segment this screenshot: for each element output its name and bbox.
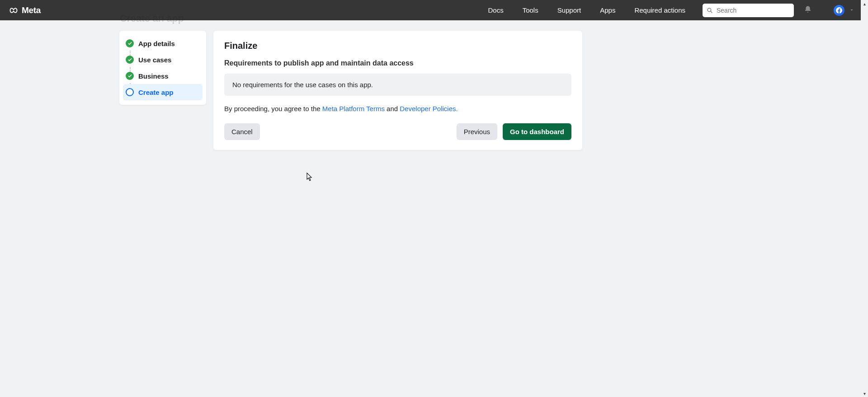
notifications-button[interactable] — [804, 5, 812, 15]
chevron-down-icon — [849, 6, 854, 14]
card-title: Finalize — [224, 41, 571, 51]
legal-prefix: By proceeding, you agree to the — [224, 105, 322, 112]
step-label: App details — [138, 40, 175, 47]
step-label: Create app — [138, 89, 174, 96]
nav-apps[interactable]: Apps — [600, 6, 615, 14]
brand-logo[interactable]: Meta — [8, 5, 41, 16]
card-subtitle: Requirements to publish app and maintain… — [224, 59, 571, 67]
nav-support[interactable]: Support — [557, 6, 581, 14]
nav-tools[interactable]: Tools — [523, 6, 538, 14]
legal-line: By proceeding, you agree to the Meta Pla… — [224, 105, 571, 112]
check-circle-icon — [126, 72, 134, 80]
search-input[interactable] — [713, 7, 794, 14]
step-label: Business — [138, 72, 169, 80]
circle-outline-icon — [126, 88, 134, 96]
avatar — [834, 5, 844, 16]
buttons-row: Cancel Previous Go to dashboard — [224, 123, 571, 140]
search-icon — [706, 7, 713, 14]
svg-point-0 — [708, 8, 711, 12]
requirements-box: No requirements for the use cases on thi… — [224, 74, 571, 96]
nav-docs[interactable]: Docs — [488, 6, 503, 14]
legal-and: and — [385, 105, 400, 112]
step-business[interactable]: Business — [123, 68, 203, 84]
scroll-down-icon[interactable]: ▾ — [861, 390, 868, 397]
account-menu[interactable] — [834, 5, 854, 16]
nav-required-actions[interactable]: Required actions — [634, 6, 685, 14]
main-card: Finalize Requirements to publish app and… — [213, 31, 582, 150]
svg-line-1 — [711, 11, 712, 13]
step-create-app[interactable]: Create app — [123, 84, 203, 100]
previous-button[interactable]: Previous — [457, 123, 497, 140]
step-label: Use cases — [138, 56, 171, 64]
check-circle-icon — [126, 39, 134, 47]
meta-infinity-icon — [8, 5, 19, 16]
cancel-button[interactable]: Cancel — [224, 123, 260, 140]
cursor-icon — [307, 173, 313, 183]
search-box[interactable] — [703, 4, 794, 17]
step-use-cases[interactable]: Use cases — [123, 51, 203, 68]
steps-sidebar: App details Use cases Business Create ap… — [119, 31, 206, 105]
brand-name: Meta — [22, 5, 41, 15]
scroll-up-icon[interactable]: ▴ — [861, 0, 868, 7]
nav-links: Docs Tools Support Apps Required actions — [488, 6, 685, 14]
link-developer-policies[interactable]: Developer Policies. — [400, 105, 458, 112]
link-platform-terms[interactable]: Meta Platform Terms — [322, 105, 385, 112]
go-to-dashboard-button[interactable]: Go to dashboard — [503, 123, 571, 140]
bell-icon — [804, 5, 812, 15]
requirements-message: No requirements for the use cases on thi… — [232, 81, 373, 89]
scrollbar[interactable]: ▴ ▾ — [861, 0, 868, 397]
check-circle-icon — [126, 56, 134, 64]
step-app-details[interactable]: App details — [123, 35, 203, 51]
page-title-behind: Create an app — [120, 13, 184, 24]
